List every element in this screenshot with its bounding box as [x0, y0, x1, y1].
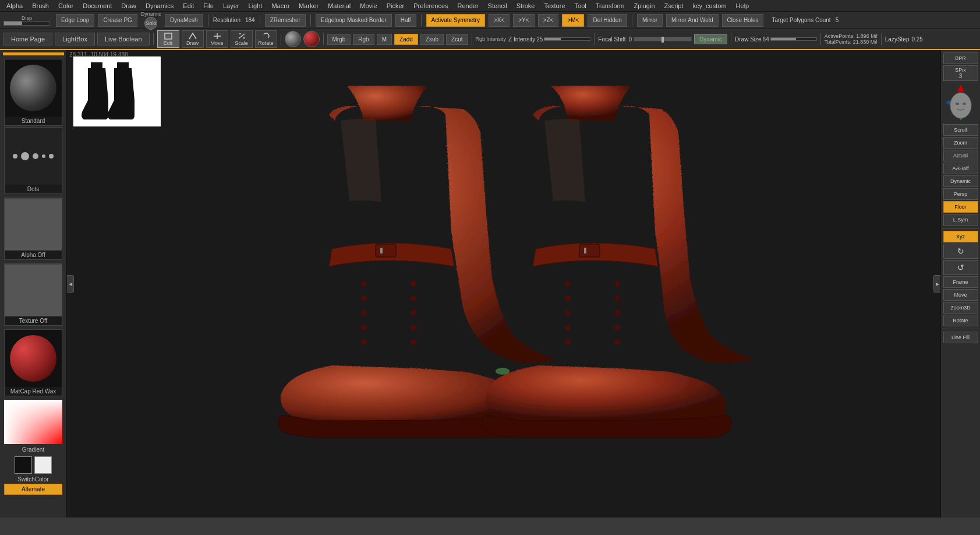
focal-shift-slider[interactable]	[634, 37, 692, 41]
menu-zscript[interactable]: Zscript	[660, 1, 688, 10]
bpr-btn[interactable]: BPR	[943, 52, 978, 64]
menu-brush[interactable]: Brush	[28, 1, 53, 10]
menu-texture[interactable]: Texture	[540, 1, 569, 10]
aahalf-btn[interactable]: AAHalf	[943, 163, 978, 174]
home-page-btn[interactable]: Home Page	[3, 33, 52, 45]
menu-macro[interactable]: Macro	[267, 1, 293, 10]
zoom3d-btn[interactable]: Zoom3D	[943, 302, 978, 314]
move-tool-btn[interactable]: Move	[206, 30, 228, 48]
dyna-mesh-btn[interactable]: DynaMesh	[165, 14, 203, 27]
floor-btn[interactable]: Floor	[943, 201, 978, 213]
svg-point-16	[411, 339, 416, 345]
menu-layer[interactable]: Layer	[219, 1, 243, 10]
close-holes-btn[interactable]: Close Holes	[722, 14, 764, 27]
scale-tool-btn[interactable]: Scale	[231, 30, 253, 48]
collapse-right-btn[interactable]: ▶	[933, 275, 940, 293]
menu-marker[interactable]: Marker	[295, 1, 323, 10]
canvas-area[interactable]: 28.311,-10.504,19.488	[67, 50, 940, 518]
sep12	[820, 33, 821, 45]
xyz-btn[interactable]: Xyz	[943, 231, 978, 242]
menu-zplugin[interactable]: Zplugin	[629, 1, 659, 10]
zadd-btn[interactable]: Zadd	[394, 34, 418, 45]
crease-pg-btn[interactable]: Crease PG	[98, 14, 137, 27]
frame-btn[interactable]: Frame	[943, 276, 978, 288]
mirror-weld-btn[interactable]: Mirror And Weld	[666, 14, 719, 27]
dynamic-btn[interactable]: Dynamic	[694, 34, 727, 44]
zremesher-btn[interactable]: ZRemesher	[265, 14, 306, 27]
brush-sphere	[10, 65, 56, 111]
alternate-btn[interactable]: Alternate	[4, 484, 62, 495]
z-intensity-slider[interactable]	[544, 37, 590, 41]
m-btn[interactable]: M	[377, 34, 392, 45]
dynamic-mode-btn[interactable]: Dynamic	[943, 175, 978, 187]
half-btn[interactable]: Half	[395, 14, 416, 27]
edgeloop-masked-btn[interactable]: Edgeloop Masked Border	[316, 14, 392, 27]
menu-dynamics[interactable]: Dynamics	[141, 1, 178, 10]
foreground-swatch[interactable]	[15, 456, 32, 474]
collapse-left-btn[interactable]: ◀	[67, 275, 74, 293]
menu-alpha[interactable]: Alpha	[2, 1, 27, 10]
zoom-btn[interactable]: Zoom	[943, 137, 978, 149]
menu-movie[interactable]: Movie	[356, 1, 381, 10]
menu-render[interactable]: Render	[454, 1, 483, 10]
menu-picker[interactable]: Picker	[383, 1, 409, 10]
persp-btn[interactable]: Persp	[943, 188, 978, 200]
menu-document[interactable]: Document	[79, 1, 116, 10]
head-3d-preview[interactable]	[943, 82, 978, 123]
matcap-thumb[interactable]: MatCap Red Wax	[4, 329, 62, 396]
rotate-tool-btn[interactable]: Rotate	[255, 30, 277, 48]
move-btn[interactable]: Move	[943, 289, 978, 301]
menu-stroke[interactable]: Stroke	[512, 1, 539, 10]
menu-stencil[interactable]: Stencil	[484, 1, 511, 10]
menu-draw[interactable]: Draw	[117, 1, 140, 10]
sy-btn[interactable]: >Y<	[513, 14, 534, 27]
matcap-preview-small[interactable]	[303, 31, 320, 47]
line-fill-btn[interactable]: Line Fill	[943, 332, 978, 343]
menu-light[interactable]: Light	[245, 1, 267, 10]
lazy-step-label: LazyStep	[885, 36, 910, 43]
mirror-btn[interactable]: Mirror	[637, 14, 663, 27]
sm-btn[interactable]: >M<	[562, 14, 584, 27]
activate-symmetry-btn[interactable]: Activate Symmetry	[426, 14, 485, 27]
menu-material[interactable]: Material	[324, 1, 355, 10]
scroll-btn[interactable]: Scroll	[943, 124, 978, 136]
mrgb-btn[interactable]: Mrgb	[327, 34, 351, 45]
menu-file[interactable]: File	[199, 1, 218, 10]
del-hidden-btn[interactable]: Del Hidden	[588, 14, 627, 27]
sx-btn[interactable]: >X<	[489, 14, 510, 27]
lsym-btn[interactable]: L.Sym	[943, 214, 978, 226]
actual-btn[interactable]: Actual	[943, 150, 978, 161]
brush-dots-thumb[interactable]: Dots	[4, 127, 62, 194]
brush-standard-thumb[interactable]: Standard	[4, 59, 62, 126]
menu-edit[interactable]: Edit	[179, 1, 198, 10]
draw-tool-btn[interactable]: Draw	[182, 30, 204, 48]
edge-loop-btn[interactable]: Edge Loop	[56, 14, 94, 27]
menu-tool[interactable]: Tool	[571, 1, 590, 10]
texture-thumb[interactable]: Texture Off	[4, 263, 62, 326]
rotate-btn[interactable]: Rotate	[943, 315, 978, 326]
menu-preferences[interactable]: Preferences	[409, 1, 452, 10]
draw-size-slider[interactable]	[770, 37, 817, 41]
brush-preview-small[interactable]	[285, 31, 301, 47]
right-btn-1[interactable]: ↻	[943, 244, 978, 259]
edit-tool-btn[interactable]: Edit	[157, 30, 179, 48]
rgb-btn[interactable]: Rgb	[353, 34, 374, 45]
zcut-btn[interactable]: Zcut	[446, 34, 468, 45]
menu-transform[interactable]: Transform	[592, 1, 629, 10]
spix-control[interactable]: SPix 3	[943, 65, 978, 81]
menu-help[interactable]: Help	[732, 1, 753, 10]
switch-color-label: SwitchColor	[17, 476, 48, 483]
color-picker[interactable]	[4, 400, 62, 444]
toolbar-row-1: Disp Edge Loop Crease PG Dynamic Solo Dy…	[0, 12, 980, 29]
right-btn-2[interactable]: ↺	[943, 260, 978, 275]
alpha-thumb[interactable]: Alpha Off	[4, 198, 62, 260]
live-boolean-btn[interactable]: Live Boolean	[97, 33, 150, 45]
lightbox-btn[interactable]: LightBox	[55, 33, 95, 45]
solo-btn[interactable]: Solo	[144, 17, 157, 30]
menu-color[interactable]: Color	[54, 1, 77, 10]
sz-btn[interactable]: >Z<	[538, 14, 559, 27]
zsub-btn[interactable]: Zsub	[420, 34, 444, 45]
background-swatch[interactable]	[34, 456, 52, 474]
menu-kcy-custom[interactable]: kcy_custom	[689, 1, 731, 10]
matcap-preview-left	[5, 330, 62, 387]
